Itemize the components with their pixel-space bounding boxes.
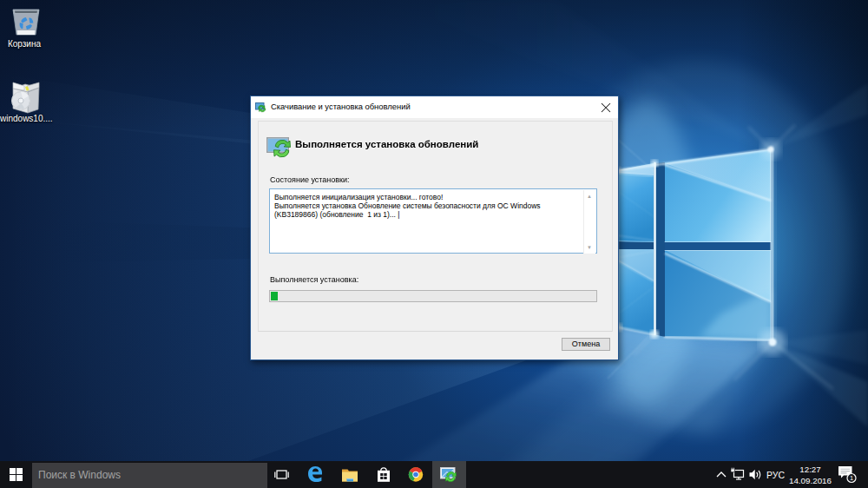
svg-text:1: 1 <box>850 474 853 482</box>
